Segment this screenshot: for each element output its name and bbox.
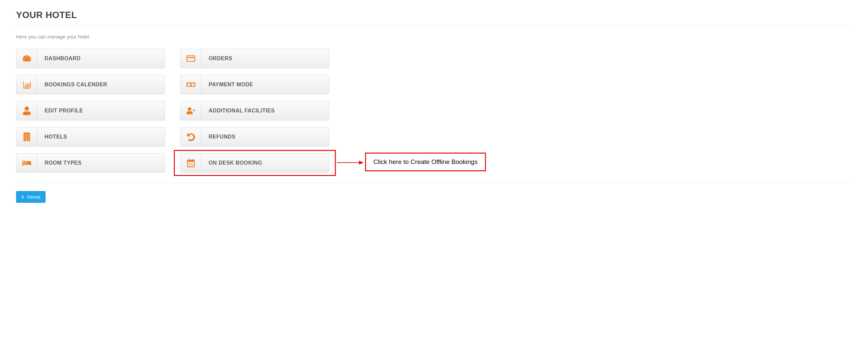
building-icon [17, 127, 37, 146]
user-plus-icon [181, 101, 201, 120]
tile-room-types[interactable]: ROOM TYPES [16, 153, 165, 173]
undo-icon [181, 127, 201, 146]
tiles-container: DASHBOARD ORDERS BOOKINGS CALENDER PAYME… [16, 49, 852, 173]
tile-label: ADDITIONAL FACILITIES [201, 101, 329, 120]
tile-label: BOOKINGS CALENDER [37, 75, 165, 94]
tile-label: ROOM TYPES [37, 154, 165, 172]
money-icon [181, 75, 201, 94]
bar-chart-icon [17, 75, 37, 94]
tile-refunds[interactable]: REFUNDS [180, 127, 329, 147]
tile-label: REFUNDS [201, 127, 329, 146]
user-icon [17, 101, 37, 120]
bed-icon [17, 154, 37, 172]
tile-dashboard[interactable]: DASHBOARD [16, 49, 165, 68]
tile-edit-profile[interactable]: EDIT PROFILE [16, 101, 165, 121]
tile-label: HOTELS [37, 127, 165, 146]
orders-icon [181, 49, 201, 68]
tile-payment-mode[interactable]: PAYMENT MODE [180, 75, 329, 94]
tile-orders[interactable]: ORDERS [180, 49, 329, 68]
dashboard-icon [17, 49, 37, 68]
tile-on-desk-booking[interactable]: ON DESK BOOKING [180, 153, 329, 173]
tile-label: ORDERS [201, 49, 329, 68]
calendar-icon [181, 154, 201, 172]
tile-label: DASHBOARD [37, 49, 165, 68]
tile-additional-facilities[interactable]: ADDITIONAL FACILITIES [180, 101, 329, 121]
tile-label: EDIT PROFILE [37, 101, 165, 120]
home-button[interactable]: Home [16, 191, 45, 203]
tile-label: PAYMENT MODE [201, 75, 329, 94]
divider-bottom [16, 183, 852, 183]
tile-label: ON DESK BOOKING [201, 154, 329, 172]
home-button-label: Home [27, 194, 40, 200]
page-title: YOUR HOTEL [16, 10, 852, 21]
callout-text-box: Click here to Create Offline Bookings [365, 153, 486, 171]
chevron-left-icon [21, 195, 25, 199]
page-subtitle: Here you can manage your hotel. [16, 34, 852, 39]
tile-hotels[interactable]: HOTELS [16, 127, 165, 147]
tile-bookings-calendar[interactable]: BOOKINGS CALENDER [16, 75, 165, 94]
